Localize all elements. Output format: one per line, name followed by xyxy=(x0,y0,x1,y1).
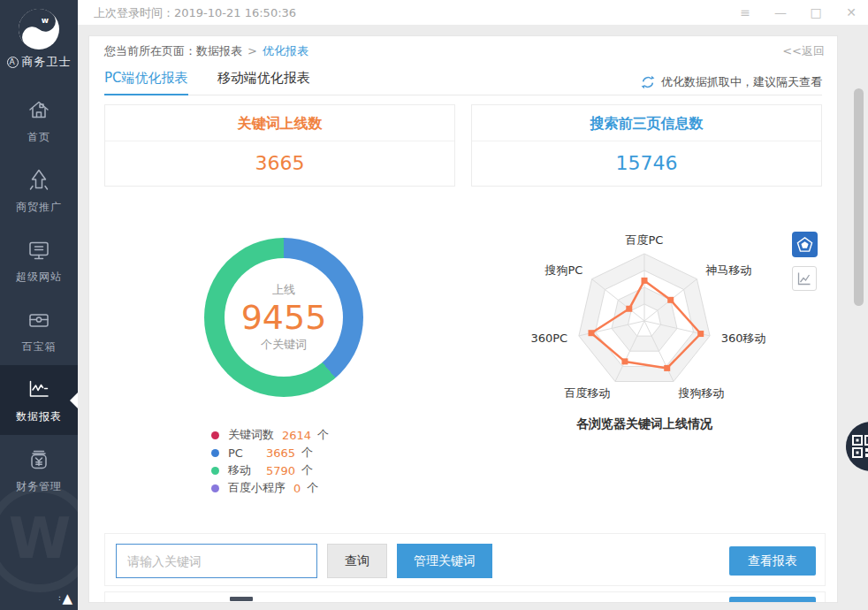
tab-pc-report[interactable]: PC端优化报表 xyxy=(104,70,188,95)
back-link[interactable]: <<返回 xyxy=(782,43,825,59)
breadcrumb-section[interactable]: 数据报表 xyxy=(196,44,242,57)
main-panel: 您当前所在页面：数据报表>优化报表 <<返回 PC端优化报表 移动端优化报表 优… xyxy=(88,35,838,603)
radar-view-toggle-button[interactable] xyxy=(792,232,818,257)
legend-value: 3665 xyxy=(266,446,295,460)
sidebar-item-label: 商贸推广 xyxy=(0,200,78,215)
tab-bar: PC端优化报表 移动端优化报表 优化数据抓取中，建议隔天查看 xyxy=(104,69,822,95)
manage-keywords-button[interactable]: 管理关键词 xyxy=(397,544,492,578)
app-logo-icon: w xyxy=(16,6,62,52)
stat-card-top3-info: 搜索前三页信息数 15746 xyxy=(471,104,822,187)
radar-chart-title: 各浏览器关键词上线情况 xyxy=(512,416,777,432)
tab-mobile-report[interactable]: 移动端优化报表 xyxy=(217,70,310,94)
legend-label: 关键词数 xyxy=(228,427,274,443)
legend-unit: 个 xyxy=(301,445,313,461)
sidebar-item-data-reports[interactable]: 数据报表 xyxy=(0,365,78,435)
brand-badge-icon: A xyxy=(7,57,19,68)
finance-icon xyxy=(26,446,52,473)
stat-cards: 关键词上线数 3665 搜索前三页信息数 15746 xyxy=(104,104,822,187)
watermark-shield-icon: W xyxy=(0,484,78,592)
clipped-text xyxy=(230,597,253,601)
website-icon xyxy=(26,237,52,263)
legend-row: PC 3665 个 xyxy=(211,444,329,461)
radar-axis-label: 神马移动 xyxy=(705,263,752,277)
qr-code-icon xyxy=(852,435,868,458)
legend-unit: 个 xyxy=(301,462,313,478)
radar-axis-label: 搜狗PC xyxy=(544,263,582,277)
radar-data-point xyxy=(626,306,632,312)
brand-row: A 商务卫士 xyxy=(0,54,78,70)
promotion-icon xyxy=(26,167,52,194)
keyword-search-section: 查询 管理关键词 查看报表 xyxy=(104,533,826,586)
radar-data-point xyxy=(642,278,648,284)
radar-data-point xyxy=(667,297,674,303)
donut-center: 上线 9455 个关键词 xyxy=(225,258,343,377)
stat-card-title: 关键词上线数 xyxy=(105,105,454,141)
line-chart-icon xyxy=(796,271,812,286)
stat-card-value: 15746 xyxy=(472,141,821,186)
legend-value: 5790 xyxy=(266,464,295,477)
chart-legend: 关键词数 2614 个 PC 3665 个 移动 5790 个 百度小程序 0 … xyxy=(211,426,329,497)
title-bar: 上次登录时间：2019-10-21 16:50:36 ≡ — □ ✕ xyxy=(78,0,868,25)
sidebar-item-super-website[interactable]: 超级网站 xyxy=(0,225,78,295)
home-icon xyxy=(26,97,52,124)
sidebar-item-label: 数据报表 xyxy=(0,409,78,424)
radar-axis-label: 360PC xyxy=(530,332,567,345)
svg-text:w: w xyxy=(42,16,49,25)
sidebar-item-toolbox[interactable]: 百宝箱 xyxy=(0,295,78,365)
legend-label: PC xyxy=(228,446,258,460)
radar-chart: 百度PC神马移动360移动搜狗移动百度移动360PC搜狗PC xyxy=(512,231,777,412)
legend-row: 关键词数 2614 个 xyxy=(211,426,329,444)
fetch-status: 优化数据抓取中，建议隔天查看 xyxy=(641,74,822,90)
breadcrumb-current[interactable]: 优化报表 xyxy=(263,44,308,57)
radar-data-point xyxy=(588,330,594,336)
donut-label-top: 上线 xyxy=(272,282,295,298)
breadcrumb-separator: > xyxy=(247,44,257,57)
breadcrumb-prefix: 您当前所在页面： xyxy=(104,44,196,57)
radar-data-point xyxy=(697,331,704,337)
legend-dot-icon xyxy=(211,484,219,492)
legend-value: 2614 xyxy=(282,429,311,442)
sidebar-item-label: 首页 xyxy=(0,130,78,145)
query-button[interactable]: 查询 xyxy=(327,544,387,578)
radar-axis-label: 百度移动 xyxy=(564,386,610,400)
radar-data-point xyxy=(621,358,628,364)
report-icon xyxy=(26,377,52,403)
next-section-partial xyxy=(104,591,826,603)
refresh-icon xyxy=(641,75,655,89)
keyword-search-input[interactable] xyxy=(116,544,317,578)
radar-axis-label: 百度PC xyxy=(626,233,664,247)
maximize-icon[interactable]: □ xyxy=(808,3,824,22)
toolbox-icon xyxy=(26,307,52,333)
legend-row: 移动 5790 个 xyxy=(211,461,329,479)
stat-card-title: 搜索前三页信息数 xyxy=(472,105,821,141)
minimize-icon[interactable]: — xyxy=(773,3,788,22)
stat-card-keywords-online: 关键词上线数 3665 xyxy=(104,104,455,187)
sidebar-item-label: 超级网站 xyxy=(0,270,78,285)
scrollbar-thumb[interactable] xyxy=(854,88,864,306)
vertical-scrollbar[interactable] xyxy=(852,25,865,610)
last-login-time: 上次登录时间：2019-10-21 16:50:36 xyxy=(94,5,296,21)
line-view-toggle-button[interactable] xyxy=(792,266,817,291)
legend-dot-icon xyxy=(211,467,219,475)
breadcrumb: 您当前所在页面：数据报表>优化报表 xyxy=(104,43,308,59)
donut-value: 9455 xyxy=(241,298,327,337)
dots-icon: ∶ xyxy=(58,594,60,603)
donut-label-bottom: 个关键词 xyxy=(261,337,307,353)
sidebar-collapse-control[interactable]: ∶▲ xyxy=(58,591,72,606)
radar-axis-label: 搜狗移动 xyxy=(678,386,725,400)
view-report-button-partial[interactable] xyxy=(729,597,816,603)
menu-icon[interactable]: ≡ xyxy=(737,3,753,22)
radar-pentagon-icon xyxy=(796,236,813,253)
legend-label: 移动 xyxy=(228,462,258,478)
sidebar-item-trade-promotion[interactable]: 商贸推广 xyxy=(0,156,78,225)
qr-code-float-button[interactable] xyxy=(846,422,868,471)
sidebar-item-home[interactable]: 首页 xyxy=(0,86,78,156)
legend-unit: 个 xyxy=(307,480,318,496)
legend-row: 百度小程序 0 个 xyxy=(211,479,329,497)
brand-name: 商务卫士 xyxy=(22,54,72,70)
view-report-button[interactable]: 查看报表 xyxy=(729,546,816,576)
close-icon[interactable]: ✕ xyxy=(843,3,859,22)
legend-label: 百度小程序 xyxy=(228,480,286,496)
legend-dot-icon xyxy=(211,449,219,457)
stat-card-value: 3665 xyxy=(105,141,454,186)
